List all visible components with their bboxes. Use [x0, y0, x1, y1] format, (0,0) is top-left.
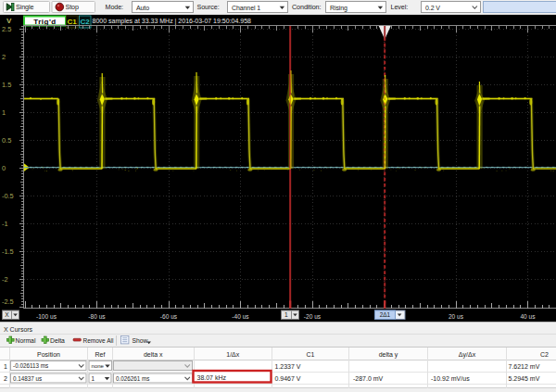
svg-text:1: 1 [284, 311, 288, 318]
svg-text:8000 samples at 33.33 MHz | 20: 8000 samples at 33.33 MHz | 2016-03-07 1… [93, 18, 252, 25]
svg-text:Delta: Delta [50, 337, 65, 344]
svg-text:Normal: Normal [16, 337, 36, 344]
svg-text:1: 1 [4, 363, 7, 370]
svg-text:Condition:: Condition: [292, 3, 321, 11]
svg-text:-1.5: -1.5 [2, 247, 14, 256]
svg-text:Show: Show [133, 337, 148, 344]
svg-text:delta y: delta y [379, 351, 398, 359]
svg-text:2: 2 [4, 375, 7, 382]
svg-text:Auto: Auto [136, 5, 149, 11]
svg-text:1/Δx: 1/Δx [226, 351, 240, 358]
svg-text:Trig'd: Trig'd [33, 18, 56, 26]
svg-text:1: 1 [92, 375, 95, 382]
svg-text:Position: Position [37, 351, 60, 358]
svg-text:0.026261 ms: 0.026261 ms [116, 375, 149, 382]
svg-text:20 us: 20 us [449, 313, 464, 320]
svg-text:Level:: Level: [391, 3, 409, 11]
svg-text:-100 us: -100 us [36, 313, 57, 320]
svg-text:-0.026113 ms: -0.026113 ms [13, 362, 48, 369]
svg-text:-80 us: -80 us [88, 313, 106, 320]
svg-text:Remove All: Remove All [83, 337, 114, 344]
svg-text:38.07 kHz: 38.07 kHz [197, 374, 227, 381]
svg-text:Ref: Ref [95, 351, 106, 358]
svg-text:2Δ1: 2Δ1 [380, 311, 391, 318]
svg-text:-40 us: -40 us [232, 313, 249, 320]
svg-text:0.9467 V: 0.9467 V [275, 375, 301, 382]
svg-text:-60 us: -60 us [160, 313, 178, 320]
svg-text:C2: C2 [81, 18, 91, 26]
svg-text:C1: C1 [68, 18, 78, 26]
svg-text:C1: C1 [307, 351, 315, 358]
svg-text:0.14837 us: 0.14837 us [13, 375, 42, 382]
svg-text:1.2337 V: 1.2337 V [275, 363, 301, 370]
svg-text:delta x: delta x [144, 351, 163, 358]
svg-text:1.5: 1.5 [2, 81, 11, 89]
svg-text:Stop: Stop [66, 3, 79, 11]
svg-text:0: 0 [2, 164, 6, 172]
svg-text:Rising: Rising [330, 5, 348, 12]
svg-text:Δy/Δx: Δy/Δx [459, 351, 476, 359]
svg-text:Channel 1: Channel 1 [232, 5, 260, 11]
svg-text:-20 us: -20 us [304, 313, 322, 320]
svg-text:-2.5: -2.5 [2, 297, 14, 306]
svg-text:X: X [5, 311, 9, 318]
svg-text:40 us: 40 us [520, 313, 536, 320]
svg-text:Mode:: Mode: [106, 3, 124, 11]
svg-text:0.2 V: 0.2 V [425, 5, 440, 11]
svg-text:2.5: 2.5 [2, 25, 11, 33]
svg-text:-2: -2 [2, 275, 8, 284]
svg-text:-0.5: -0.5 [2, 192, 14, 200]
svg-text:5.2945 mV: 5.2945 mV [509, 375, 540, 382]
svg-text:7.6212 mV: 7.6212 mV [509, 363, 540, 370]
svg-text:C2: C2 [540, 351, 549, 358]
svg-text:Source:: Source: [197, 3, 220, 11]
svg-text:0.5: 0.5 [2, 136, 11, 145]
svg-text:2: 2 [2, 53, 6, 61]
svg-text:none: none [92, 363, 105, 369]
svg-text:-287.0 mV: -287.0 mV [353, 375, 384, 382]
svg-text:Single: Single [16, 3, 33, 11]
svg-text:-1: -1 [2, 220, 8, 228]
svg-text:1: 1 [2, 108, 6, 117]
svg-text:-10.92 mV/us: -10.92 mV/us [431, 375, 470, 382]
svg-text:X Cursors: X Cursors [4, 326, 33, 333]
svg-text:V: V [6, 17, 12, 25]
